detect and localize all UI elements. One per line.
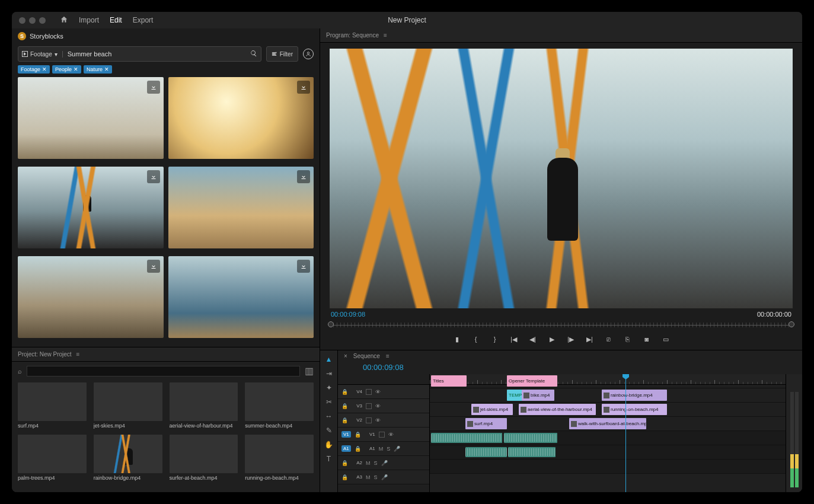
timeline-timecode[interactable]: 00:00:09:08 (338, 362, 802, 374)
clip-aerial[interactable]: aerial-view-of-the-harbour.mp4 (519, 404, 596, 415)
tag-people[interactable]: People✕ (52, 65, 81, 74)
stock-result[interactable] (168, 77, 314, 159)
track-a3[interactable] (430, 460, 786, 474)
mark-in-icon[interactable]: { (471, 334, 481, 344)
audio-clip[interactable] (465, 447, 507, 457)
download-icon[interactable] (147, 81, 160, 94)
mute-icon[interactable]: M (379, 446, 384, 452)
menu-export[interactable]: Export (133, 16, 154, 24)
panel-menu-icon[interactable]: ≡ (76, 351, 80, 358)
clip-jetskies[interactable]: jet-skies.mp4 (471, 404, 513, 415)
clip-surf[interactable]: surf.mp4 (465, 418, 507, 429)
track-header-v2[interactable]: 🔒V2👁 (338, 413, 429, 428)
track-header-v4[interactable]: 🔒V4👁 (338, 385, 429, 399)
tag-footage[interactable]: Footage✕ (18, 65, 50, 74)
folder-icon[interactable]: ▥ (305, 365, 314, 377)
mute-icon[interactable]: M (366, 474, 371, 480)
filter-button[interactable]: Filter (266, 46, 298, 62)
lift-icon[interactable]: ⎚ (604, 334, 614, 344)
eye-icon[interactable]: 👁 (375, 403, 381, 409)
clip-walk[interactable]: walk-with-surfboard-at-beach.mp4 (569, 418, 646, 429)
lock-icon[interactable]: 🔒 (341, 389, 348, 395)
type-tool-icon[interactable]: T (327, 455, 331, 463)
download-icon[interactable] (297, 170, 310, 183)
bin-item[interactable]: rainbow-bridge.mp4 (94, 435, 162, 481)
voiceover-icon[interactable]: 🎤 (394, 446, 400, 452)
clip-running[interactable]: running-on-beach.mp4 (602, 404, 667, 415)
track-v2[interactable]: jet-skies.mp4 aerial-view-of-the-harbour… (430, 403, 786, 417)
lock-icon[interactable]: 🔒 (355, 446, 361, 452)
play-icon[interactable]: ▶ (547, 334, 557, 344)
lock-icon[interactable]: 🔒 (341, 403, 348, 409)
track-v4[interactable]: Titles Opener Template (430, 374, 786, 388)
maximize-window-button[interactable] (39, 17, 46, 24)
mute-icon[interactable]: M (366, 460, 371, 466)
bin-item[interactable]: jet-skies.mp4 (94, 382, 162, 429)
track-header-v3[interactable]: 🔒V3👁 (338, 399, 429, 413)
close-window-button[interactable] (19, 17, 25, 24)
voiceover-icon[interactable]: 🎤 (381, 474, 388, 480)
search-input[interactable] (68, 50, 250, 58)
download-icon[interactable] (147, 170, 160, 183)
step-back-icon[interactable]: ◀| (528, 334, 538, 344)
audio-clip[interactable] (431, 433, 502, 443)
audio-clip[interactable] (504, 433, 557, 443)
go-to-out-icon[interactable]: ▶| (585, 334, 595, 344)
stock-result[interactable] (18, 77, 164, 159)
stock-result[interactable] (18, 167, 164, 248)
track-header-a1[interactable]: A1🔒A1MS🎤 (338, 442, 429, 456)
scrub-in-handle[interactable] (328, 321, 334, 327)
eye-icon[interactable]: 👁 (388, 432, 394, 438)
voiceover-icon[interactable]: 🎤 (381, 460, 388, 466)
home-icon[interactable] (60, 15, 68, 25)
bin-item[interactable]: aerial-view-of-harbour.mp4 (170, 382, 238, 429)
lock-icon[interactable]: 🔒 (341, 460, 348, 466)
download-icon[interactable] (147, 260, 160, 273)
menu-edit[interactable]: Edit (110, 16, 122, 24)
bin-item[interactable]: running-on-beach.mp4 (245, 435, 314, 481)
project-search-input[interactable] (27, 366, 300, 377)
stock-result[interactable] (18, 256, 164, 338)
download-icon[interactable] (297, 260, 310, 273)
solo-icon[interactable]: S (374, 460, 378, 466)
mark-out-icon[interactable]: } (490, 334, 500, 344)
track-header-a3[interactable]: 🔒A3MS🎤 (338, 470, 429, 484)
track-v3[interactable]: TEMPLATE bike.mp4 rainbow-bridge.mp4 (430, 388, 786, 403)
tag-nature[interactable]: Nature✕ (84, 65, 112, 74)
minimize-window-button[interactable] (29, 17, 36, 24)
go-to-in-icon[interactable]: |◀ (509, 334, 519, 344)
slip-tool-icon[interactable]: ↔ (325, 412, 333, 420)
comparison-view-icon[interactable]: ▭ (661, 334, 671, 344)
playhead-timecode[interactable]: 00:00:09:08 (331, 311, 365, 318)
stock-result[interactable] (168, 167, 314, 248)
source-patch-icon[interactable]: A1 (341, 445, 351, 452)
stock-result[interactable] (168, 256, 314, 338)
solo-icon[interactable]: S (387, 446, 390, 452)
clip-titles[interactable]: Titles (431, 375, 467, 387)
panel-menu-icon[interactable]: ≡ (386, 353, 390, 359)
account-icon[interactable] (303, 49, 314, 59)
bin-item[interactable]: summer-beach.mp4 (245, 382, 314, 429)
track-header-v1[interactable]: V1🔒V1👁 (338, 428, 429, 442)
clip-opener[interactable]: Opener Template (507, 375, 557, 387)
selection-tool-icon[interactable]: ▲ (325, 355, 333, 363)
playhead[interactable] (625, 374, 626, 492)
clip-rainbow[interactable]: rainbow-bridge.mp4 (602, 390, 667, 401)
export-frame-icon[interactable]: ◙ (642, 334, 652, 344)
toggle-track-output-icon[interactable] (379, 432, 385, 438)
track-header-a2[interactable]: 🔒A2MS🎤 (338, 456, 429, 470)
track-a1[interactable] (430, 431, 786, 445)
solo-icon[interactable]: S (374, 474, 378, 480)
track-a2[interactable] (430, 445, 786, 460)
clip-bike[interactable]: bike.mp4 (522, 390, 554, 401)
search-icon[interactable] (250, 50, 257, 59)
toggle-track-output-icon[interactable] (366, 389, 372, 395)
toggle-track-output-icon[interactable] (366, 403, 372, 409)
add-marker-icon[interactable]: ▮ (452, 334, 462, 344)
lock-icon[interactable]: 🔒 (355, 432, 361, 438)
panel-menu-icon[interactable]: ≡ (384, 32, 387, 39)
timeline-tracks[interactable]: Titles Opener Template TEMPLATE bike.mp4… (430, 374, 786, 492)
track-v1[interactable]: surf.mp4 walk-with-surfboard-at-beach.mp… (430, 417, 786, 431)
track-select-tool-icon[interactable]: ⇥ (326, 369, 332, 378)
ripple-edit-tool-icon[interactable]: ✦ (326, 384, 332, 392)
